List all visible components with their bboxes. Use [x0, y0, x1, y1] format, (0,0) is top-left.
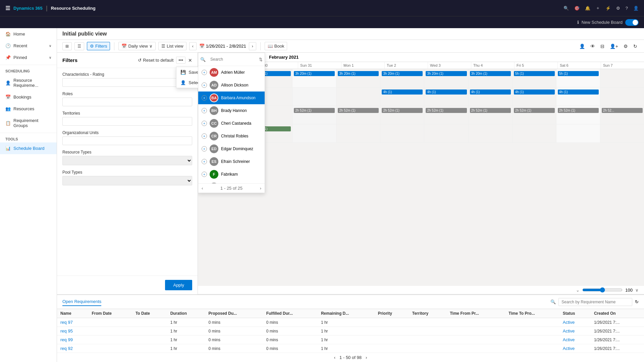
- requirements-search-input[interactable]: [558, 298, 632, 306]
- next-date-button[interactable]: ›: [249, 42, 256, 50]
- requirement-name-link[interactable]: req 99: [60, 337, 73, 342]
- status-badge[interactable]: Active: [563, 328, 575, 334]
- resource-selector-button[interactable]: 👤: [578, 42, 586, 50]
- page-title: Initial public view: [62, 31, 107, 37]
- booking-block[interactable]: 3h 20m (1): [426, 71, 467, 76]
- booking-block[interactable]: 2h 52m (1): [426, 108, 467, 113]
- apply-button[interactable]: Apply: [165, 280, 192, 290]
- search-icon[interactable]: 🔍: [564, 6, 569, 11]
- next-req-page-button[interactable]: ›: [366, 355, 367, 360]
- territories-input[interactable]: [62, 117, 192, 126]
- booking-block[interactable]: 3h 20m (1): [338, 71, 379, 76]
- people-item[interactable]: +CCCheri Castaneda: [198, 117, 265, 130]
- people-item[interactable]: +FFabrikam: [198, 168, 265, 181]
- prev-req-page-button[interactable]: ‹: [334, 355, 335, 360]
- booking-block[interactable]: 4h (1): [558, 89, 599, 95]
- sidebar-item-schedule-board[interactable]: 📊 Schedule Board: [0, 142, 57, 154]
- settings-board-button[interactable]: ⚙: [622, 42, 629, 50]
- sidebar-item-requirement-groups[interactable]: 📋 Requirement Groups: [0, 115, 57, 131]
- people-item[interactable]: +EDEdgar Dominquez: [198, 142, 265, 155]
- prev-people-button[interactable]: ‹: [202, 186, 203, 191]
- collapse-icon[interactable]: ∨: [635, 288, 639, 293]
- booking-block[interactable]: 2h 52m (1): [558, 108, 599, 113]
- grid-view-button[interactable]: ⊞: [62, 42, 72, 50]
- sidebar-item-home[interactable]: 🏠 Home: [0, 28, 57, 40]
- list-view-button[interactable]: ☰ List view: [158, 42, 186, 50]
- book-button[interactable]: 📖 Book: [265, 42, 287, 50]
- prev-date-button[interactable]: ‹: [189, 42, 197, 50]
- cell-r1-31: 3h 20m (1): [292, 69, 336, 87]
- view-toggle-button[interactable]: 👁: [589, 42, 596, 50]
- daily-view-button[interactable]: 📅 Daily view ∨: [118, 42, 156, 50]
- close-filter-button[interactable]: ✕: [188, 58, 192, 63]
- target-icon[interactable]: 🎯: [574, 6, 580, 11]
- requirement-name-link[interactable]: req 95: [60, 328, 73, 334]
- roles-input[interactable]: [62, 98, 192, 106]
- booking-block[interactable]: 2h 52m (1): [382, 108, 423, 113]
- refresh-requirements-button[interactable]: ↻: [635, 299, 639, 304]
- open-requirements-tab[interactable]: Open Requirements: [62, 298, 101, 306]
- sidebar-item-resources[interactable]: 👥 Resources: [0, 103, 57, 115]
- book-icon: 📖: [268, 44, 273, 49]
- people-item[interactable]: +ESEfrain Schreiner: [198, 155, 265, 168]
- pool-types-select[interactable]: [62, 176, 192, 185]
- booking-block[interactable]: 4h (1): [426, 89, 467, 95]
- hamburger-icon[interactable]: ☰: [5, 5, 10, 11]
- day-col-sun7: Sun 7: [601, 62, 644, 69]
- booking-block[interactable]: 5h (1): [514, 71, 555, 76]
- zoom-slider[interactable]: [582, 287, 623, 293]
- next-people-button[interactable]: ›: [260, 186, 261, 191]
- booking-block[interactable]: 3h 20m (1): [470, 71, 511, 76]
- people-item[interactable]: +ADAllison Dickson: [198, 79, 265, 92]
- cell-priority: [375, 344, 409, 353]
- bell-icon[interactable]: 🔔: [585, 6, 590, 11]
- person-add-button[interactable]: 👤+: [608, 42, 620, 50]
- booking-block[interactable]: 2h 52m (1): [338, 108, 379, 113]
- filter-funnel-icon: ⚙: [90, 44, 94, 49]
- settings-icon[interactable]: ⚙: [616, 6, 620, 11]
- reset-to-default-button[interactable]: ↺ Reset to default: [138, 58, 173, 63]
- people-item[interactable]: +JDJill David: [198, 181, 265, 183]
- help-icon[interactable]: ?: [626, 6, 628, 11]
- sidebar-item-resource-requirements[interactable]: 👤 Resource Requireme...: [0, 74, 57, 91]
- booking-block[interactable]: 2h 52m (1): [514, 108, 555, 113]
- people-item[interactable]: +AMAdrien Müller: [198, 66, 265, 79]
- expand-icon[interactable]: ⌄: [576, 288, 580, 293]
- refresh-board-button[interactable]: ↻: [632, 42, 639, 50]
- people-search-input[interactable]: [207, 54, 258, 64]
- booking-block[interactable]: 2h 52m (1): [294, 108, 335, 113]
- new-schedule-toggle-switch[interactable]: [625, 19, 639, 26]
- booking-block[interactable]: 2h 52...: [602, 108, 643, 113]
- status-badge[interactable]: Active: [563, 320, 575, 325]
- sidebar-item-bookings[interactable]: 📅 Bookings: [0, 91, 57, 103]
- filters-button[interactable]: ⚙ Filters: [87, 42, 110, 50]
- booking-block[interactable]: 4h (1): [470, 89, 511, 95]
- resource-types-select[interactable]: [62, 156, 192, 165]
- columns-button[interactable]: ⊟: [599, 42, 606, 50]
- people-item[interactable]: +BABárbara Amundson: [198, 92, 265, 104]
- more-options-button[interactable]: •••: [176, 57, 185, 64]
- sidebar-item-pinned[interactable]: 📌 Pinned ∨: [0, 52, 57, 63]
- booking-block[interactable]: 2h 52m (1): [470, 108, 511, 113]
- zoom-row: ⌄ 100 ∨: [198, 286, 644, 294]
- org-units-input[interactable]: [62, 136, 192, 145]
- requirement-name-link[interactable]: req 97: [60, 320, 73, 325]
- booking-block[interactable]: 5h (1): [558, 71, 599, 76]
- plus-icon[interactable]: ＋: [596, 5, 600, 11]
- date-range-text: 1/26/2021 - 2/8/2021: [206, 44, 246, 49]
- characteristics-input[interactable]: [62, 78, 192, 87]
- list-icon-button[interactable]: ☰: [74, 42, 84, 50]
- people-item[interactable]: +BHBrady Hannon: [198, 104, 265, 117]
- booking-block[interactable]: 4h (1): [382, 89, 423, 95]
- status-badge[interactable]: Active: [563, 337, 575, 342]
- filter-icon[interactable]: ⚡: [605, 6, 611, 11]
- status-badge[interactable]: Active: [563, 346, 575, 351]
- sidebar-item-recent[interactable]: 🕐 Recent ∨: [0, 40, 57, 52]
- calendar-icon: 📅: [121, 44, 127, 49]
- user-icon[interactable]: 👤: [633, 6, 639, 11]
- people-item[interactable]: +CRChristal Robles: [198, 130, 265, 142]
- booking-block[interactable]: 4h (1): [514, 89, 555, 95]
- booking-block[interactable]: 3h 20m (1): [294, 71, 335, 76]
- booking-block[interactable]: 3h 20m (1): [382, 71, 423, 76]
- requirement-name-link[interactable]: req 92: [60, 346, 73, 351]
